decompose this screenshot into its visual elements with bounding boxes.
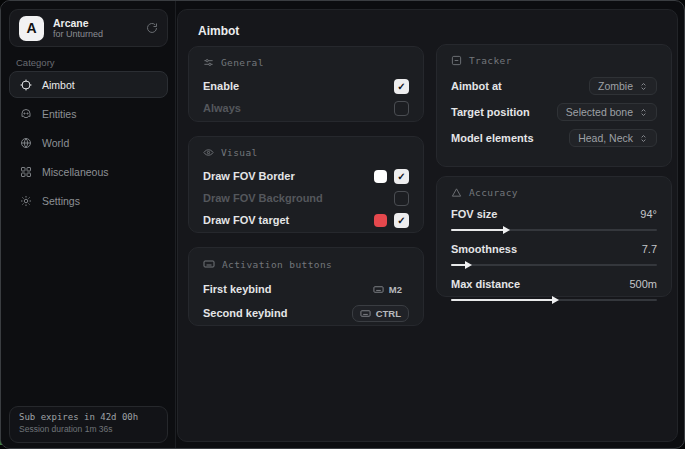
sidebar-item-miscellaneous[interactable]: Miscellaneous: [9, 158, 168, 185]
max-distance-slider[interactable]: [451, 296, 657, 304]
fov-target-color-swatch[interactable]: [374, 214, 387, 227]
sidebar-item-entities[interactable]: Entities: [9, 100, 168, 127]
keyboard-icon: [203, 258, 215, 270]
eye-icon: [203, 147, 214, 158]
sidebar-item-label: Miscellaneous: [42, 166, 109, 178]
subscription-expiry: Sub expires in 42d 00h: [19, 412, 158, 422]
model-elements-label: Model elements: [451, 132, 534, 144]
grid-icon: [20, 166, 32, 178]
target-position-dropdown[interactable]: Selected bone: [557, 103, 657, 121]
aimbot-at-value: Zombie: [598, 80, 633, 92]
enable-label: Enable: [203, 80, 239, 92]
aimbot-at-dropdown[interactable]: Zombie: [589, 77, 657, 95]
target-position-value: Selected bone: [566, 106, 633, 118]
visual-card: Visual Draw FOV Border Draw FOV Backgrou…: [188, 136, 424, 233]
section-title-tracker: Tracker: [469, 55, 512, 66]
fov-border-color-swatch[interactable]: [374, 170, 387, 183]
second-keybind-label: Second keybind: [203, 307, 287, 319]
general-card: General Enable Always: [188, 46, 424, 122]
fov-size-label: FOV size: [451, 208, 497, 220]
second-keybind-value: CTRL: [376, 308, 401, 319]
entities-icon: [20, 108, 32, 120]
session-duration: Session duration 1m 36s: [19, 424, 158, 434]
max-distance-label: Max distance: [451, 278, 520, 290]
first-keybind-button[interactable]: M2: [366, 282, 409, 297]
triangle-icon: [451, 187, 462, 198]
smoothness-slider[interactable]: [451, 261, 657, 269]
section-title-general: General: [221, 57, 264, 68]
tracker-card: Tracker Aimbot at Zombie Target position…: [436, 44, 672, 167]
draw-fov-background-checkbox[interactable]: [394, 191, 409, 206]
aimbot-at-label: Aimbot at: [451, 80, 502, 92]
smoothness-row: Smoothness 7.7: [451, 240, 657, 269]
first-keybind-label: First keybind: [203, 283, 271, 295]
section-title-visual: Visual: [221, 147, 258, 158]
section-title-accuracy: Accuracy: [469, 187, 518, 198]
sliders-icon: [203, 57, 214, 68]
max-distance-value: 500m: [629, 278, 657, 290]
slider-thumb[interactable]: [552, 296, 559, 304]
always-checkbox[interactable]: [394, 101, 409, 116]
sidebar-item-label: Aimbot: [42, 79, 75, 91]
sidebar-nav: Aimbot Entities: [9, 71, 168, 216]
app-subtitle: for Unturned: [53, 29, 146, 40]
app-title: Arcane: [53, 17, 146, 29]
crosshair-icon: [20, 79, 32, 91]
first-keybind-value: M2: [389, 284, 402, 295]
globe-icon: [20, 137, 32, 149]
model-elements-value: Head, Neck: [578, 132, 633, 144]
fov-size-slider[interactable]: [451, 226, 657, 234]
max-distance-row: Max distance 500m: [451, 275, 657, 304]
chevron-up-down-icon: [639, 108, 648, 117]
logo-card: A Arcane for Unturned: [9, 9, 168, 47]
sidebar-item-world[interactable]: World: [9, 129, 168, 156]
draw-fov-border-label: Draw FOV Border: [203, 170, 295, 182]
logo-text: Arcane for Unturned: [53, 17, 146, 40]
sync-icon[interactable]: [146, 22, 158, 34]
model-elements-dropdown[interactable]: Head, Neck: [569, 129, 657, 147]
activation-card: Activation buttons First keybind M2 Seco…: [188, 247, 424, 326]
category-label: Category: [16, 57, 55, 68]
tracker-icon: [451, 55, 462, 66]
keyboard-icon: [373, 284, 384, 295]
gear-icon: [20, 195, 32, 207]
sidebar-item-label: Settings: [42, 195, 80, 207]
sidebar: A Arcane for Unturned Category Aimbot: [1, 1, 176, 448]
draw-fov-target-label: Draw FOV target: [203, 214, 289, 226]
chevron-up-down-icon: [639, 82, 648, 91]
slider-thumb[interactable]: [503, 226, 510, 234]
subscription-card: Sub expires in 42d 00h Session duration …: [9, 406, 168, 443]
draw-fov-background-label: Draw FOV Background: [203, 192, 323, 204]
slider-thumb[interactable]: [465, 261, 472, 269]
enable-checkbox[interactable]: [394, 79, 409, 94]
sidebar-item-label: Entities: [42, 108, 76, 120]
main-panel: Aimbot General Enable Always: [177, 9, 678, 442]
keyboard-icon: [360, 308, 371, 319]
draw-fov-border-checkbox[interactable]: [394, 169, 409, 184]
app-logo: A: [19, 16, 44, 41]
section-title-activation: Activation buttons: [222, 259, 332, 270]
page-title: Aimbot: [198, 24, 239, 38]
smoothness-value: 7.7: [642, 243, 657, 255]
smoothness-label: Smoothness: [451, 243, 517, 255]
target-position-label: Target position: [451, 106, 530, 118]
fov-size-row: FOV size 94°: [451, 205, 657, 234]
chevron-up-down-icon: [639, 134, 648, 143]
always-label: Always: [203, 102, 241, 114]
sidebar-item-settings[interactable]: Settings: [9, 187, 168, 214]
draw-fov-target-checkbox[interactable]: [394, 213, 409, 228]
second-keybind-button[interactable]: CTRL: [352, 305, 409, 322]
accuracy-card: Accuracy FOV size 94° Smoothness 7.7: [436, 176, 672, 297]
app-window: A Arcane for Unturned Category Aimbot: [0, 0, 685, 449]
fov-size-value: 94°: [640, 208, 657, 220]
sidebar-item-aimbot[interactable]: Aimbot: [9, 71, 168, 98]
sidebar-item-label: World: [42, 137, 69, 149]
